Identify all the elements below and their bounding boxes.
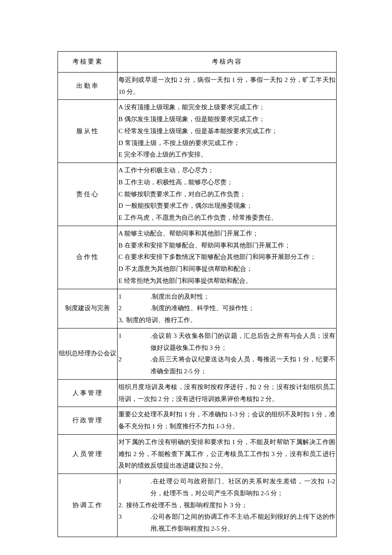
table-row: 协调工作 1 .在处理公司与政府部门、社区的关系时发生差错，一次扣 1-2 分，…	[58, 474, 337, 537]
content-line: B 工作主动，积极性高，能够尽心尽责；	[118, 177, 335, 189]
list-text: 接待工作处理不当，视影响程度扣卜 3 分；	[126, 500, 335, 511]
list-item: 1 .会议前 3 天收集各部门的议题，汇总后告之所有与会人员；没有做好议题收集工…	[118, 330, 335, 354]
content-line: C 在要求和安排下多数情况下能够配合其他部门和同事开展部分工作；	[118, 251, 335, 263]
content-line: C 经常发生顶撞上级现象，但是基本能按要求完成工作；	[118, 125, 335, 137]
row-content: A 能够主动配合、帮助同事和其他部门开展工作； B 在要求和安排下能够配合、帮助…	[118, 226, 337, 289]
assessment-table: 考核要素 考核内容 出勤率 每迟到或早退一次扣 2 分，病假一天扣 1 分，事假…	[58, 51, 337, 537]
list-text: 制度的培训、推行工作。	[126, 314, 335, 326]
row-label: 行政管理	[58, 407, 118, 435]
list-number: 2	[118, 302, 150, 314]
row-content: 1 .制度出台的及时性； 2 .制度的准确性、科学性、可操作性； 3, 制度的培…	[118, 289, 337, 328]
row-label: 出勤率	[58, 72, 118, 100]
header-col-element: 考核要素	[58, 52, 118, 73]
table-row: 服从性 A 没有顶撞上级现象，能完全按上级要求完成工作； B 偶尔发生顶撞上级现…	[58, 100, 337, 163]
list-number: 3	[118, 511, 150, 535]
row-content: A 没有顶撞上级现象，能完全按上级要求完成工作； B 偶尔发生顶撞上级现象，但是…	[118, 100, 337, 163]
content-line: 组织月度培训及考核，没有按时按程序进行，扣 2 分；没有按计划组织员工培训，一次…	[118, 381, 335, 405]
row-content: 组织月度培训及考核，没有按时按程序进行，扣 2 分；没有按计划组织员工培训，一次…	[118, 379, 337, 407]
list-item: 3 .公司各部门之间的协调工作不主动,不能起到很好的上传下达的作用,视工作影响程…	[118, 511, 335, 535]
list-number: 1	[118, 476, 150, 500]
content-line: E 工作马虎，不愿意为自己的工作负责，经常推委责任。	[118, 212, 335, 224]
content-line: A 能够主动配合、帮助同事和其他部门开展工作；	[118, 228, 335, 240]
table-row: 责任心 A 工作十分积极主动，尽心尽力； B 工作主动，积极性高，能够尽心尽责；…	[58, 163, 337, 226]
content-line: A 工作十分积极主动，尽心尽力；	[118, 165, 335, 177]
list-text: .制度出台的及时性；	[150, 291, 335, 303]
content-line: C 能够按职责要求工作，对自己的工作负责；	[118, 189, 335, 200]
content-line: E 完全不理会上级的工作安排。	[118, 149, 335, 161]
table-row: 合作性 A 能够主动配合、帮助同事和其他部门开展工作； B 在要求和安排下能够配…	[58, 226, 337, 289]
list-item: 1 .在处理公司与政府部门、社区的关系时发生差错，一次扣 1-2 分，处理不当，…	[118, 476, 335, 500]
row-content: A 工作十分积极主动，尽心尽力； B 工作主动，积极性高，能够尽心尽责； C 能…	[118, 163, 337, 226]
row-label: 合作性	[58, 226, 118, 289]
table-row: 出勤率 每迟到或早退一次扣 2 分，病假一天扣 1 分，事假一天扣 2 分，旷工…	[58, 72, 337, 100]
list-item: 3, 制度的培训、推行工作。	[118, 314, 335, 326]
list-item: 2 .制度的准确性、科学性、可操作性；	[118, 302, 335, 314]
list-text: .在处理公司与政府部门、社区的关系时发生差错，一次扣 1-2 分，处理不当，对公…	[150, 476, 335, 500]
list-text: .会议前 3 天收集各部门的议题，汇总后告之所有与会人员；没有做好议题收集工作扣…	[150, 330, 335, 354]
list-number: 2.	[118, 500, 126, 511]
list-item: 2. 接待工作处理不当，视影响程度扣卜 3 分；	[118, 500, 335, 511]
content-line: 对下属的工作没有明确的安排和要求扣 1 分，不能及时帮助下属解决工作困难扣 2 …	[118, 436, 335, 472]
list-number: 1	[118, 291, 150, 303]
content-line: D 一般能按职责要求工作，偶尔出现推委现象；	[118, 200, 335, 212]
row-content: 1 .在处理公司与政府部门、社区的关系时发生差错，一次扣 1-2 分，处理不当，…	[118, 474, 337, 537]
list-number: 1	[118, 330, 150, 354]
content-line: B 偶尔发生顶撞上级现象，但是能按要求完成工作；	[118, 113, 335, 125]
table-row: 人事管理 组织月度培训及考核，没有按时按程序进行，扣 2 分；没有按计划组织员工…	[58, 379, 337, 407]
table-header-row: 考核要素 考核内容	[58, 52, 337, 73]
list-text: .会后三天将会议纪要送达与会人员，每推迟一天扣 1 分，纪要不准确全面扣 2-5…	[150, 354, 335, 378]
content-line: D 常顶撞上级，不按上级的要求完成工作；	[118, 137, 335, 149]
row-label: 人员管理	[58, 434, 118, 474]
list-item: 2 .会后三天将会议纪要送达与会人员，每推迟一天扣 1 分，纪要不准确全面扣 2…	[118, 354, 335, 378]
row-label: 责任心	[58, 163, 118, 226]
content-line: E 经常拒绝为其他部门和同事提供帮助和配合。	[118, 275, 335, 287]
table-row: 组织总经理办公会议 1 .会议前 3 天收集各部门的议题，汇总后告之所有与会人员…	[58, 328, 337, 379]
row-label: 协调工作	[58, 474, 118, 537]
row-label: 制度建设与完善	[58, 289, 118, 328]
row-content: 重要公文处理不及时扣 1 分，不准确扣 1-3 分；会议的组织不及时扣 1 分，…	[118, 407, 337, 435]
header-col-content: 考核内容	[118, 52, 337, 73]
table-row: 制度建设与完善 1 .制度出台的及时性； 2 .制度的准确性、科学性、可操作性；…	[58, 289, 337, 328]
table-row: 行政管理 重要公文处理不及时扣 1 分，不准确扣 1-3 分；会议的组织不及时扣…	[58, 407, 337, 435]
row-content: 对下属的工作没有明确的安排和要求扣 1 分，不能及时帮助下属解决工作困难扣 2 …	[118, 434, 337, 474]
list-text: .公司各部门之间的协调工作不主动,不能起到很好的上传下达的作用,视工作影响程度扣…	[150, 511, 335, 535]
list-text: .制度的准确性、科学性、可操作性；	[150, 302, 335, 314]
list-item: 1 .制度出台的及时性；	[118, 291, 335, 303]
table-row: 人员管理 对下属的工作没有明确的安排和要求扣 1 分，不能及时帮助下属解决工作困…	[58, 434, 337, 474]
row-label: 服从性	[58, 100, 118, 163]
list-number: 3,	[118, 314, 126, 326]
content-line: D 不太愿意为其他部门和同事提供帮助和配合；	[118, 263, 335, 275]
content-line: 重要公文处理不及时扣 1 分，不准确扣 1-3 分；会议的组织不及时扣 1 分，…	[118, 409, 335, 433]
row-label: 组织总经理办公会议	[58, 328, 118, 379]
row-label: 人事管理	[58, 379, 118, 407]
content-line: B 在要求和安排下能够配合、帮助同事和其他部门开展工作；	[118, 240, 335, 252]
content-line: 每迟到或早退一次扣 2 分，病假一天扣 1 分，事假一天扣 2 分，旷工半天扣1…	[118, 74, 335, 98]
row-content: 1 .会议前 3 天收集各部门的议题，汇总后告之所有与会人员；没有做好议题收集工…	[118, 328, 337, 379]
row-content: 每迟到或早退一次扣 2 分，病假一天扣 1 分，事假一天扣 2 分，旷工半天扣1…	[118, 72, 337, 100]
list-number: 2	[118, 354, 150, 378]
content-line: A 没有顶撞上级现象，能完全按上级要求完成工作；	[118, 102, 335, 113]
